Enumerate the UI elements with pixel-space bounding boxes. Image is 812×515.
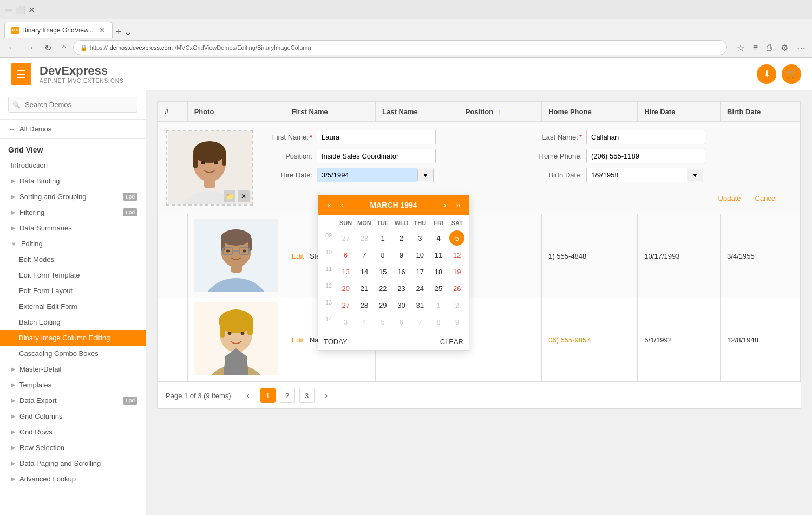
cal-day[interactable]: 7 [357, 247, 372, 262]
cancel-button[interactable]: Cancel [751, 192, 781, 204]
first-name-input[interactable] [317, 130, 436, 144]
birth-date-dropdown-button[interactable]: ▼ [687, 169, 703, 181]
cal-prev-year-button[interactable]: « [324, 200, 335, 210]
more-button[interactable]: ⋯ [795, 41, 808, 55]
cal-day[interactable]: 26 [449, 281, 464, 296]
hire-date-input[interactable] [317, 168, 417, 182]
cal-day[interactable]: 12 [449, 247, 464, 262]
cal-day-selected[interactable]: 5 [449, 230, 464, 246]
sidebar-item-binary-image-column-editing[interactable]: Binary Image Column Editing [0, 330, 146, 346]
photo-browse-button[interactable]: 📁 [224, 190, 235, 202]
cal-day[interactable]: 18 [431, 264, 446, 279]
cal-day[interactable]: 28 [357, 230, 372, 246]
sidebar-item-filtering[interactable]: ▶ Filtering upd [0, 204, 146, 220]
cal-day[interactable]: 4 [431, 230, 446, 246]
sidebar-item-cascading-combo-boxes[interactable]: Cascading Combo Boxes [0, 346, 146, 361]
cal-day[interactable]: 15 [375, 264, 390, 279]
photo-delete-button[interactable]: ✕ [238, 190, 250, 202]
refresh-button[interactable]: ↻ [41, 41, 55, 55]
photo-upload-area[interactable]: 📁 ✕ [166, 130, 253, 206]
cal-day[interactable]: 1 [375, 230, 390, 246]
birth-date-input[interactable] [587, 168, 687, 182]
cal-day[interactable]: 21 [357, 281, 372, 296]
window-minimize-icon[interactable]: ─ [5, 4, 12, 16]
cal-day[interactable]: 8 [375, 247, 390, 262]
sidebar-item-edit-form-template[interactable]: Edit Form Template [0, 267, 146, 283]
forward-button[interactable]: → [23, 41, 38, 55]
page-2-button[interactable]: 2 [280, 388, 295, 403]
cal-day[interactable]: 19 [449, 264, 464, 279]
window-restore-icon[interactable]: ⬜ [16, 5, 25, 14]
cal-day[interactable]: 31 [412, 298, 428, 313]
cal-day[interactable]: 11 [431, 247, 446, 262]
cal-prev-month-button[interactable]: ‹ [338, 200, 347, 210]
page-1-button[interactable]: 1 [260, 388, 276, 403]
window-close-icon[interactable]: ✕ [28, 5, 35, 15]
sidebar-item-batch-editing[interactable]: Batch Editing [0, 314, 146, 330]
page-next-button[interactable]: › [319, 388, 334, 403]
cal-day[interactable]: 7 [412, 314, 428, 329]
back-button[interactable]: ← [4, 41, 19, 55]
sidebar-item-advanced-lookup[interactable]: ▶ Advanced Lookup [0, 471, 146, 487]
cal-day[interactable]: 22 [375, 281, 390, 296]
reading-list-button[interactable]: ≡ [751, 41, 760, 55]
cal-next-month-button[interactable]: › [441, 200, 450, 210]
extensions-button[interactable]: ⚙ [778, 41, 790, 55]
cal-day[interactable]: 27 [338, 230, 353, 246]
sidebar-item-data-binding[interactable]: ▶ Data Binding [0, 173, 146, 189]
page-prev-button[interactable]: ‹ [241, 388, 256, 403]
cal-clear-button[interactable]: CLEAR [440, 338, 463, 346]
cal-day[interactable]: 9 [449, 314, 464, 329]
sidebar-item-edit-form-layout[interactable]: Edit Form Layout [0, 283, 146, 299]
cal-day[interactable]: 23 [394, 281, 409, 296]
home-phone-link[interactable]: 06) 555-9857 [548, 336, 590, 344]
col-position[interactable]: Position ↑ [459, 102, 541, 122]
cal-day[interactable]: 6 [338, 247, 353, 262]
cal-day[interactable]: 9 [394, 247, 409, 262]
tab-close-button[interactable]: ✕ [99, 26, 106, 35]
sidebar-item-grid-rows[interactable]: ▶ Grid Rows [0, 424, 146, 440]
share-button[interactable]: ⎙ [764, 41, 774, 55]
cal-day[interactable]: 1 [431, 298, 446, 313]
page-3-button[interactable]: 3 [299, 388, 315, 403]
cal-day[interactable]: 20 [338, 281, 353, 296]
edit-link[interactable]: Edit [292, 336, 304, 344]
cal-day[interactable]: 13 [338, 264, 353, 279]
cal-day[interactable]: 2 [449, 298, 464, 313]
cal-day[interactable]: 17 [412, 264, 428, 279]
sidebar-item-edit-modes[interactable]: Edit Modes [0, 252, 146, 267]
edit-link[interactable]: Edit [292, 252, 304, 260]
menu-toggle-button[interactable]: ☰ [11, 63, 31, 85]
last-name-input[interactable] [586, 130, 705, 144]
sidebar-item-grid-columns[interactable]: ▶ Grid Columns [0, 408, 146, 424]
sidebar-item-data-paging[interactable]: ▶ Data Paging and Scrolling [0, 455, 146, 471]
cal-day[interactable]: 28 [357, 298, 372, 313]
cal-day[interactable]: 30 [394, 298, 409, 313]
cal-day[interactable]: 2 [394, 230, 409, 246]
cal-day[interactable]: 8 [431, 314, 446, 329]
home-phone-input[interactable] [586, 149, 705, 163]
cal-today-button[interactable]: TODAY [324, 338, 348, 346]
search-input[interactable] [8, 97, 137, 113]
bookmarks-button[interactable]: ☆ [735, 41, 746, 55]
cal-day[interactable]: 5 [375, 314, 390, 329]
new-tab-button[interactable]: + [116, 27, 122, 38]
cal-day[interactable]: 10 [412, 247, 428, 262]
address-bar[interactable]: 🔒 https://demos.devexpress.com/MVCxGridV… [73, 40, 727, 55]
birth-date-input-wrap[interactable]: ▼ [586, 168, 703, 182]
cal-next-year-button[interactable]: » [453, 200, 463, 210]
cal-day[interactable]: 25 [431, 281, 446, 296]
update-button[interactable]: Update [714, 192, 745, 204]
cal-day[interactable]: 4 [357, 314, 372, 329]
sidebar-item-data-export[interactable]: ▶ Data Export upd [0, 393, 146, 408]
cal-day[interactable]: 24 [412, 281, 428, 296]
cal-day[interactable]: 29 [375, 298, 390, 313]
sidebar-item-data-summaries[interactable]: ▶ Data Summaries [0, 220, 146, 236]
all-demos-link[interactable]: ← All Demos [0, 120, 146, 139]
sidebar-item-templates[interactable]: ▶ Templates [0, 377, 146, 393]
active-tab[interactable]: DX Binary Image GridView... ✕ [4, 22, 113, 38]
cal-day[interactable]: 3 [412, 230, 428, 246]
cart-button[interactable]: 🛒 [782, 64, 801, 84]
cal-day[interactable]: 3 [338, 314, 353, 329]
sidebar-item-row-selection[interactable]: ▶ Row Selection [0, 440, 146, 455]
